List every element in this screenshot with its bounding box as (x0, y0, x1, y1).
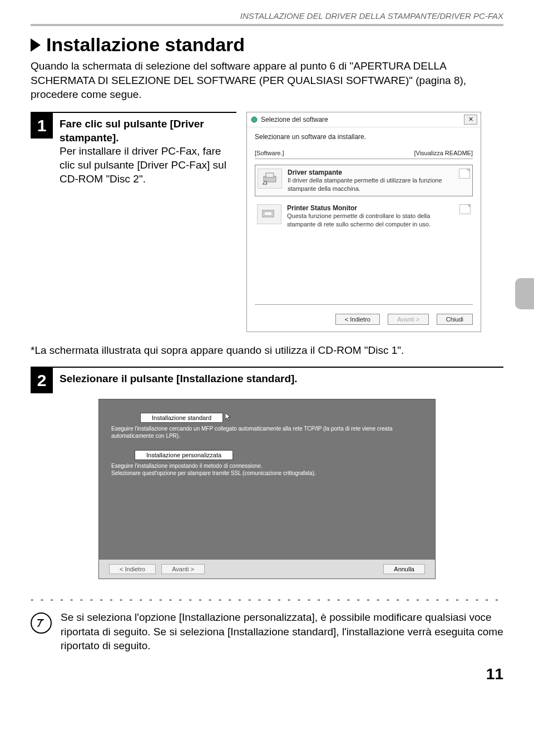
custom-install-button[interactable]: Installazione personalizzata (135, 450, 233, 460)
dialog-icon (250, 116, 258, 123)
close-icon[interactable]: ✕ (464, 115, 477, 125)
install-type-dialog: Installazione standard Eseguire l'instal… (98, 399, 436, 579)
custom-install-desc-1: Eseguire l'installazione impostando il m… (111, 463, 263, 469)
page-title: Installazione standard (31, 34, 503, 56)
dialog-separator-bottom (255, 304, 473, 305)
dialog-intro: Selezionare un software da installare. (255, 133, 473, 141)
software-list-label: [Software.] (255, 150, 284, 156)
standard-install-desc: Eseguire l'installazione cercando un MFP… (111, 425, 423, 440)
step-2-number: 2 (31, 368, 53, 393)
next-button[interactable]: Avanti > (388, 314, 429, 325)
view-readme-link[interactable]: [Visualizza README] (414, 150, 473, 156)
monitor-icon (257, 204, 281, 224)
heading-text: Installazione standard (46, 34, 245, 56)
dashed-separator: - - - - - - - - - - - - - - - - - - - - … (31, 595, 503, 605)
software-item-desc: Il driver della stampante permette di ut… (288, 177, 442, 192)
standard-install-button[interactable]: Installazione standard (140, 413, 223, 423)
printer-icon (258, 169, 282, 189)
next-button[interactable]: Avanti > (161, 564, 205, 574)
step-1-number: 1 (31, 113, 53, 139)
page-number: 11 (31, 665, 503, 683)
software-item-driver[interactable]: Driver stampante Il driver della stampan… (255, 165, 473, 197)
side-tab (515, 278, 534, 309)
dialog-separator (255, 159, 473, 159)
cursor-icon (225, 413, 232, 423)
step-1-desc: Per installare il driver PC-Fax, fare cl… (60, 145, 226, 184)
dialog-title-text: Selezione del software (261, 116, 328, 123)
step-1: 1 Fare clic sul pulsante [Driver stampan… (31, 112, 236, 186)
step-2: 2 Selezionare il pulsante [Installazione… (31, 367, 503, 393)
intro-paragraph: Quando la schermata di selezione del sof… (31, 59, 503, 102)
custom-install-desc-2: Selezionare quest'opzione per stampare t… (111, 470, 316, 476)
software-item-title: Driver stampante (288, 169, 453, 176)
cancel-button[interactable]: Annulla (383, 564, 425, 574)
svg-rect-2 (266, 173, 274, 177)
header-rule (31, 24, 503, 26)
footnote-text: Se si seleziona l'opzione [Installazione… (61, 610, 503, 653)
software-item-title: Printer Status Monitor (287, 204, 454, 212)
software-selection-dialog: Selezione del software ✕ Selezionare un … (246, 112, 481, 332)
section-header: INSTALLAZIONE DEL DRIVER DELLA STAMPANTE… (31, 11, 503, 21)
custom-install-desc: Eseguire l'installazione impostando il m… (111, 462, 423, 477)
note-icon (31, 612, 52, 634)
software-item-desc: Questa funzione permette di controllare … (287, 213, 431, 228)
close-button[interactable]: Chiudi (437, 314, 473, 325)
svg-rect-5 (264, 212, 272, 215)
note-disc1: *La schermata illustrata qui sopra appar… (31, 344, 503, 357)
step-1-title: Fare clic sul pulsante [Driver stampante… (60, 118, 204, 144)
step-2-title: Selezionare il pulsante [Installazione s… (60, 373, 298, 384)
svg-marker-6 (225, 413, 230, 421)
back-button[interactable]: < Indietro (335, 314, 380, 325)
page-icon[interactable] (459, 169, 470, 179)
triangle-icon (31, 38, 41, 52)
back-button[interactable]: < Indietro (109, 564, 156, 574)
software-item-monitor[interactable]: Printer Status Monitor Questa funzione p… (255, 201, 473, 232)
page-icon[interactable] (459, 204, 471, 214)
svg-point-0 (251, 117, 257, 122)
